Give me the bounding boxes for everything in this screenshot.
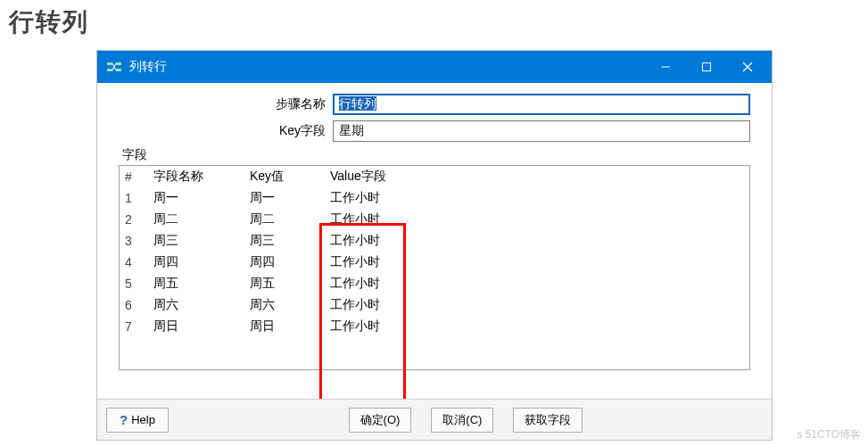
row-key-field: Key字段 星期 xyxy=(119,120,750,142)
row-step-name: 步骤名称 行转列 xyxy=(119,94,750,115)
cell-idx: 2 xyxy=(120,209,148,230)
cell-idx: 4 xyxy=(120,252,148,273)
ok-button[interactable]: 确定(O) xyxy=(349,408,412,433)
svg-rect-1 xyxy=(107,69,112,71)
cell-val[interactable]: 工作小时 xyxy=(325,209,749,230)
fields-table: # 字段名称 Key值 Value字段 1周一周一工作小时2周二周二工作小时3周… xyxy=(120,166,749,337)
close-button[interactable] xyxy=(727,51,768,83)
help-label: Help xyxy=(131,413,155,426)
cell-idx: 3 xyxy=(120,230,148,252)
cell-val[interactable]: 工作小时 xyxy=(325,316,749,337)
cell-key[interactable]: 周六 xyxy=(244,294,325,316)
help-icon: ? xyxy=(120,412,128,427)
cell-idx: 7 xyxy=(120,316,148,337)
center-buttons: 确定(O) 取消(C) 获取字段 xyxy=(349,408,583,433)
table-row[interactable]: 7周日周日工作小时 xyxy=(120,316,749,337)
cell-key[interactable]: 周五 xyxy=(244,273,325,294)
cell-key[interactable]: 周三 xyxy=(244,230,325,252)
get-fields-button[interactable]: 获取字段 xyxy=(513,408,583,433)
label-step-name: 步骤名称 xyxy=(119,96,333,112)
cell-name[interactable]: 周日 xyxy=(148,316,244,337)
cell-val[interactable]: 工作小时 xyxy=(325,252,749,273)
cell-name[interactable]: 周六 xyxy=(148,294,244,316)
cell-key[interactable]: 周四 xyxy=(244,252,325,273)
cell-val[interactable]: 工作小时 xyxy=(325,187,749,209)
form-area: 步骤名称 行转列 Key字段 星期 字段 # 字段名称 Key值 Value字段… xyxy=(97,83,772,370)
svg-rect-2 xyxy=(116,62,121,65)
cell-val[interactable]: 工作小时 xyxy=(325,294,749,316)
page-heading: 行转列 xyxy=(9,5,868,39)
help-button[interactable]: ? Help xyxy=(106,408,169,433)
table-row[interactable]: 4周四周四工作小时 xyxy=(120,252,749,273)
table-row[interactable]: 5周五周五工作小时 xyxy=(120,273,749,294)
cancel-button[interactable]: 取消(C) xyxy=(431,408,493,433)
input-key-field[interactable]: 星期 xyxy=(333,120,750,142)
cell-name[interactable]: 周四 xyxy=(148,252,244,273)
table-row[interactable]: 6周六周六工作小时 xyxy=(120,294,749,316)
cell-key[interactable]: 周二 xyxy=(244,209,325,230)
cell-val[interactable]: 工作小时 xyxy=(325,230,749,252)
col-name-header: 字段名称 xyxy=(148,166,244,187)
cell-name[interactable]: 周二 xyxy=(148,209,244,230)
watermark-text: s 51CTO博客 xyxy=(797,427,861,442)
app-icon xyxy=(106,59,122,75)
cell-idx: 5 xyxy=(120,273,148,294)
title-bar: 列转行 xyxy=(97,51,772,83)
cell-idx: 6 xyxy=(120,294,148,316)
col-key-header: Key值 xyxy=(244,166,325,187)
table-row[interactable]: 2周二周二工作小时 xyxy=(120,209,749,230)
cell-name[interactable]: 周一 xyxy=(148,187,244,209)
cell-key[interactable]: 周一 xyxy=(244,187,325,209)
table-row[interactable]: 3周三周三工作小时 xyxy=(120,230,749,252)
svg-rect-5 xyxy=(703,63,711,71)
cell-name[interactable]: 周三 xyxy=(148,230,244,252)
label-key-field: Key字段 xyxy=(119,123,333,139)
col-idx-header: # xyxy=(120,166,148,187)
minimize-button[interactable] xyxy=(645,51,686,83)
cell-val[interactable]: 工作小时 xyxy=(325,273,749,294)
cell-key[interactable]: 周日 xyxy=(244,316,325,337)
table-container: # 字段名称 Key值 Value字段 1周一周一工作小时2周二周二工作小时3周… xyxy=(119,165,750,370)
cell-name[interactable]: 周五 xyxy=(148,273,244,294)
dialog-window: 列转行 步骤名称 行转列 Key字段 星期 字段 # 字段名称 Key值 Val… xyxy=(96,50,773,441)
button-bar: ? Help 确定(O) 取消(C) 获取字段 xyxy=(97,399,772,440)
table-row[interactable]: 1周一周一工作小时 xyxy=(120,187,749,209)
col-val-header: Value字段 xyxy=(325,166,749,187)
svg-rect-0 xyxy=(107,62,112,65)
cell-idx: 1 xyxy=(120,187,148,209)
fields-section-label: 字段 xyxy=(122,147,750,163)
svg-rect-3 xyxy=(116,69,121,71)
maximize-button[interactable] xyxy=(686,51,727,83)
window-title: 列转行 xyxy=(129,59,645,75)
table-header-row: # 字段名称 Key值 Value字段 xyxy=(120,166,749,187)
input-step-name[interactable]: 行转列 xyxy=(333,94,750,115)
